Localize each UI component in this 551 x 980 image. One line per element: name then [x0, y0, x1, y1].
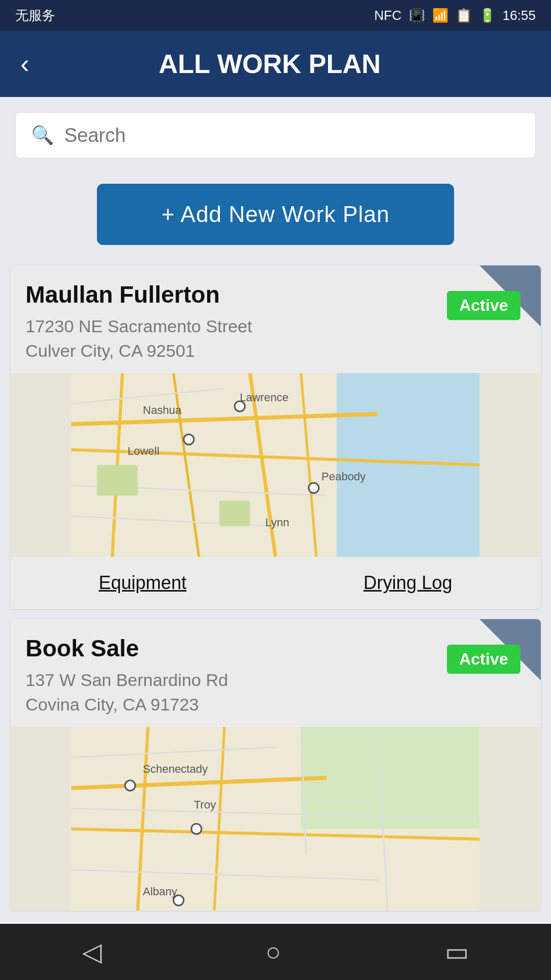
status-badge: Active — [447, 645, 520, 674]
app-header: ‹ ALL WORK PLAN — [0, 31, 551, 97]
equipment-link[interactable]: Equipment — [98, 572, 186, 594]
svg-text:Peabody: Peabody — [321, 470, 366, 483]
svg-text:Lowell: Lowell — [128, 445, 159, 457]
svg-point-36 — [191, 824, 202, 834]
svg-point-35 — [125, 780, 135, 791]
search-icon: 🔍 — [31, 125, 54, 146]
svg-text:Albany: Albany — [143, 885, 177, 898]
work-plan-address: 17230 NE Sacramento StreetCulver City, C… — [26, 314, 525, 363]
nfc-icon: NFC — [374, 8, 401, 23]
wifi-icon: 📶 — [432, 8, 448, 23]
work-plans-list: Maullan Fullerton 17230 NE Sacramento St… — [0, 265, 551, 921]
status-bar: 无服务 NFC 📳 📶 📋 🔋 16:55 — [0, 0, 551, 31]
search-bar[interactable]: 🔍 — [15, 112, 536, 158]
svg-rect-12 — [219, 501, 250, 526]
svg-text:Schenectady: Schenectady — [143, 763, 208, 775]
card-footer: Equipment Drying Log — [10, 557, 541, 609]
carrier-text: 无服务 — [15, 7, 55, 24]
map-preview: Nashua Lawrence Lowell Peabody Lynn — [10, 373, 541, 557]
work-plan-address: 137 W San Bernardino RdCovina City, CA 9… — [26, 668, 525, 717]
work-plan-card: Book Sale 137 W San Bernardino RdCovina … — [10, 619, 541, 911]
drying-log-link[interactable]: Drying Log — [363, 572, 452, 594]
svg-text:Lynn: Lynn — [265, 516, 289, 529]
svg-point-20 — [309, 483, 319, 493]
add-new-work-plan-button[interactable]: + Add New Work Plan — [97, 184, 454, 245]
nav-home-button[interactable]: ○ — [265, 937, 281, 967]
svg-point-37 — [173, 895, 184, 905]
time-text: 16:55 — [503, 8, 536, 23]
bottom-navigation: ◁ ○ ▭ — [0, 924, 551, 980]
battery-icon: 🔋 — [479, 8, 495, 23]
search-input[interactable] — [64, 125, 520, 146]
svg-point-18 — [235, 401, 245, 411]
status-badge: Active — [447, 291, 520, 320]
add-button-container: + Add New Work Plan — [0, 174, 551, 265]
svg-text:Nashua: Nashua — [143, 404, 182, 416]
nav-back-button[interactable]: ◁ — [82, 937, 102, 967]
status-icons: NFC 📳 📶 📋 🔋 16:55 — [374, 8, 536, 23]
vibrate-icon: 📳 — [409, 8, 425, 23]
svg-rect-11 — [97, 465, 138, 496]
svg-text:Lawrence: Lawrence — [240, 391, 288, 404]
svg-text:Troy: Troy — [194, 798, 216, 811]
search-container: 🔍 — [0, 97, 551, 174]
page-title: ALL WORK PLAN — [39, 48, 500, 79]
nav-recent-button[interactable]: ▭ — [445, 937, 469, 967]
svg-rect-22 — [301, 727, 480, 829]
sim-icon: 📋 — [456, 8, 472, 23]
work-plan-card: Maullan Fullerton 17230 NE Sacramento St… — [10, 265, 541, 609]
back-button[interactable]: ‹ — [20, 48, 29, 79]
svg-point-19 — [184, 434, 194, 445]
map-preview: Schenectady Troy Albany — [10, 727, 541, 911]
